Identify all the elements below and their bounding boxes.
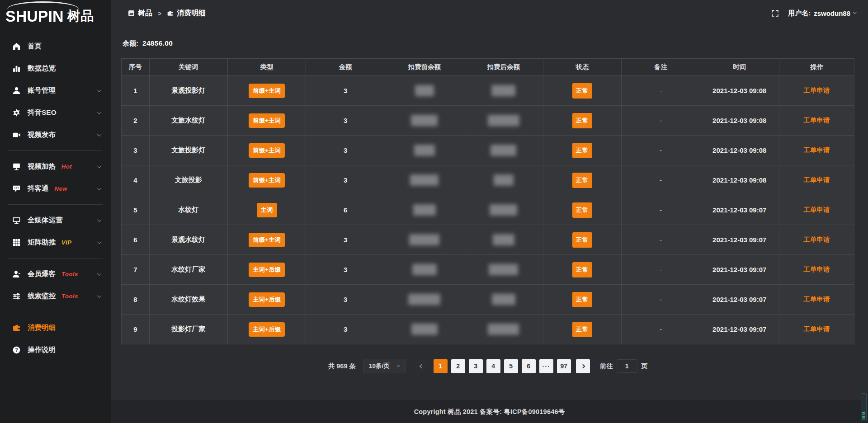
type-cell: 前缀+主词 — [228, 165, 306, 195]
type-badge: 主词+后缀 — [249, 263, 285, 277]
status-badge: 正常 — [572, 322, 592, 337]
column-header: 序号 — [122, 59, 150, 76]
user-icon — [12, 86, 21, 95]
more-pages-button[interactable]: ··· — [539, 359, 553, 373]
status-cell: 正常 — [543, 225, 621, 255]
redacted-balance-after — [488, 115, 519, 126]
redacted-balance-after — [494, 174, 514, 186]
keyword-cell: 文旅水纹灯 — [149, 106, 227, 136]
redacted-balance-before — [415, 85, 434, 96]
pagination: 共 969 条10条/页123456···97前往1页 — [121, 359, 854, 373]
keyword-cell: 水纹灯 — [149, 195, 227, 225]
action-cell: 工单申请 — [779, 315, 854, 344]
redacted-balance-before-cell — [385, 165, 464, 195]
sidebar-item-user[interactable]: 账号管理 — [0, 80, 111, 102]
wallet-icon — [12, 324, 21, 332]
ticket-apply-link[interactable]: 工单申请 — [803, 176, 830, 183]
user-menu[interactable]: 用户名: zswodun88 — [788, 9, 856, 18]
breadcrumb-item-app[interactable]: 树品 — [128, 9, 152, 18]
breadcrumb-item-current[interactable]: 消费明细 — [167, 9, 206, 18]
ticket-apply-link[interactable]: 工单申请 — [803, 117, 830, 124]
sidebar-item-bar-chart[interactable]: 数据总览 — [0, 57, 111, 80]
redacted-balance-before — [409, 234, 439, 245]
status-badge: 正常 — [572, 232, 592, 248]
ticket-apply-link[interactable]: 工单申请 — [803, 206, 830, 213]
chevron-left-icon — [419, 364, 424, 368]
brand-logo[interactable]: SHUPIN 树品 — [0, 0, 111, 29]
sidebar-item-question[interactable]: ?操作说明 — [0, 339, 111, 361]
keyword-cell: 水纹灯效果 — [149, 285, 227, 315]
footer: Copyright 树品 2021 备案号: 粤ICP备09019646号 — [111, 400, 868, 423]
sidebar-item-label: 线索监控 — [28, 291, 56, 301]
page-button-1[interactable]: 1 — [434, 359, 448, 373]
row-index-cell: 1 — [122, 76, 150, 106]
table-row: 5水纹灯主词6正常-2021-12-03 09:07工单申请 — [122, 195, 854, 225]
ticket-apply-link[interactable]: 工单申请 — [803, 146, 830, 154]
row-index-cell: 4 — [122, 165, 150, 195]
table-row: 2文旅水纹灯前缀+主词3正常-2021-12-03 09:08工单申请 — [122, 106, 854, 136]
remark-cell: - — [622, 225, 700, 255]
sidebar-item-grid[interactable]: 矩阵助推VIP — [0, 231, 111, 254]
page-button-6[interactable]: 6 — [522, 359, 536, 373]
column-header: 扣费前余额 — [385, 59, 464, 76]
chevron-down-icon — [97, 217, 102, 222]
ticket-apply-link[interactable]: 工单申请 — [803, 236, 830, 243]
ticket-apply-link[interactable]: 工单申请 — [803, 296, 830, 303]
remark-cell: - — [622, 165, 700, 195]
page-button-3[interactable]: 3 — [469, 359, 483, 373]
sidebar-item-video[interactable]: 视频发布 — [0, 124, 111, 146]
topbar: 树品 > 消费明细 用户名: zswodun88 — [111, 0, 868, 27]
mini-widget[interactable] — [861, 393, 867, 421]
goto-page-input[interactable]: 1 — [617, 359, 637, 373]
type-badge: 主词+后缀 — [249, 322, 285, 337]
next-page-button[interactable] — [576, 359, 590, 373]
sidebar-item-tag: Tools — [61, 293, 78, 300]
logo-latin-text: SHUPIN — [5, 9, 63, 24]
chevron-down-icon — [97, 240, 102, 244]
page-button-97[interactable]: 97 — [557, 359, 571, 373]
redacted-balance-after — [493, 234, 514, 245]
ticket-apply-link[interactable]: 工单申请 — [803, 325, 830, 333]
amount-cell: 3 — [306, 165, 385, 195]
redacted-balance-before — [410, 174, 439, 186]
prev-page-button[interactable] — [415, 359, 429, 373]
sidebar-item-screen[interactable]: 视频加热Hot — [0, 155, 111, 178]
page-size-select[interactable]: 10条/页 — [363, 359, 406, 373]
sidebar-item-sliders[interactable]: 线索监控Tools — [0, 285, 111, 307]
page-button-4[interactable]: 4 — [486, 359, 500, 373]
fullscreen-icon[interactable] — [771, 9, 779, 17]
sidebar-item-label: 矩阵助推 — [28, 238, 56, 247]
type-cell: 前缀+主词 — [228, 136, 306, 165]
screen-icon — [12, 162, 21, 171]
type-badge: 前缀+主词 — [249, 143, 285, 158]
sidebar-item-label: 视频发布 — [28, 130, 56, 140]
widget-bar — [862, 414, 865, 416]
type-badge: 主词+后缀 — [249, 292, 285, 307]
sidebar-item-member[interactable]: 会员爆客Tools — [0, 263, 111, 285]
sidebar-item-monitor[interactable]: 全媒体运营 — [0, 209, 111, 231]
ticket-apply-link[interactable]: 工单申请 — [803, 266, 830, 273]
chevron-down-icon — [97, 110, 102, 114]
breadcrumb-label: 消费明细 — [177, 9, 206, 18]
chevron-right-icon — [580, 364, 585, 368]
page-button-5[interactable]: 5 — [504, 359, 518, 373]
type-badge: 前缀+主词 — [249, 233, 285, 247]
page-button-2[interactable]: 2 — [451, 359, 465, 373]
ticket-apply-link[interactable]: 工单申请 — [803, 87, 830, 94]
remark-cell: - — [622, 315, 700, 344]
consumption-table: 序号关键词类型金额扣费前余额扣费后余额状态备注时间操作 1景观投影灯前缀+主词3… — [121, 58, 854, 344]
redacted-balance-after-cell — [464, 106, 543, 136]
sidebar: SHUPIN 树品 首页数据总览账号管理抖音SEO视频发布视频加热Hot抖客通N… — [0, 0, 111, 423]
column-header: 备注 — [622, 59, 700, 76]
row-index-cell: 7 — [122, 255, 150, 285]
sidebar-item-home[interactable]: 首页 — [0, 35, 111, 57]
action-cell: 工单申请 — [779, 285, 854, 315]
type-badge: 前缀+主词 — [249, 173, 285, 188]
sidebar-item-gear[interactable]: 抖音SEO — [0, 102, 111, 124]
status-cell: 正常 — [543, 195, 621, 225]
table-row: 8水纹灯效果主词+后缀3正常-2021-12-03 09:07工单申请 — [122, 285, 854, 315]
chevron-down-icon — [97, 186, 102, 190]
sidebar-item-wallet[interactable]: 消费明细 — [0, 317, 111, 339]
sidebar-item-chat[interactable]: 抖客通New — [0, 178, 111, 200]
redacted-balance-after-cell — [464, 255, 543, 285]
